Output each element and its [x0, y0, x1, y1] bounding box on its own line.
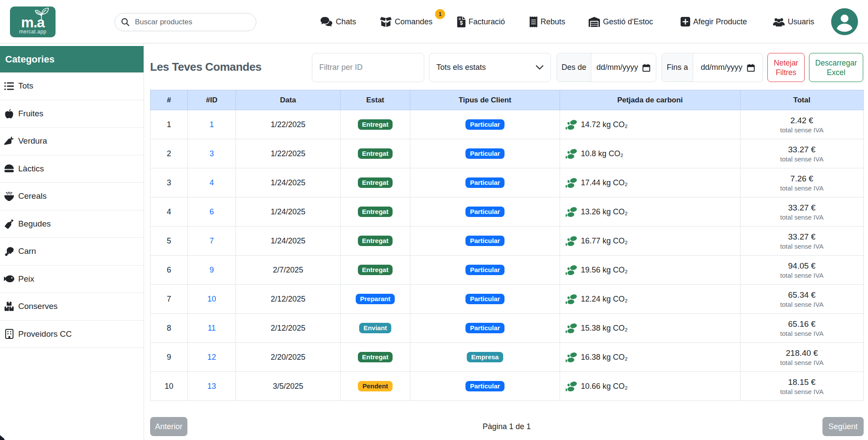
client-cell: Particular: [410, 110, 560, 139]
table-row: 3 4 1/24/2025 Entregat Particular 17.44 …: [151, 168, 864, 197]
top-header: m.a mercat.app Chats: [0, 0, 868, 43]
order-id-link[interactable]: 11: [208, 324, 216, 332]
client-type-badge: Particular: [465, 236, 504, 246]
total-value: 94.05 €: [740, 261, 863, 271]
status-badge: Preparant: [356, 294, 395, 304]
order-date: 2/12/2025: [236, 314, 341, 343]
date-to-group: Fins a dd/mm/yyyy: [662, 53, 763, 82]
order-id-link[interactable]: 1: [210, 120, 214, 129]
sidebar-item-proveidors[interactable]: Proveidors CC: [0, 321, 144, 348]
categories-sidebar: Categories Tots: [0, 44, 144, 440]
table-row: 10 13 3/5/2025 Pendent Particular 10.66 …: [151, 372, 864, 401]
order-id-link[interactable]: 4: [210, 178, 214, 187]
download-excel-button[interactable]: Descarregar Excel: [809, 53, 863, 82]
date-from-value: dd/mm/yyyy: [596, 63, 638, 72]
table-row: 6 9 2/7/2025 Entregat Particular 19.56 k…: [151, 256, 864, 285]
sidebar-item-tots[interactable]: Tots: [0, 72, 144, 100]
client-type-badge: Particular: [465, 381, 504, 391]
app-logo[interactable]: m.a mercat.app: [10, 7, 56, 37]
footprints-icon: [566, 323, 577, 334]
sidebar-item-carn[interactable]: Carn: [0, 238, 144, 266]
nav-gestio-estoc[interactable]: Gestió d'Estoc: [589, 0, 653, 43]
order-date: 1/22/2025: [236, 139, 341, 168]
total-cell: 18.15 €total sense IVA: [740, 372, 864, 401]
clear-filters-button[interactable]: Netejar Filtres: [767, 53, 805, 82]
status-cell: Entregat: [341, 139, 410, 168]
sidebar-item-conserves[interactable]: Conserves: [0, 293, 144, 321]
total-cell: 33.27 €total sense IVA: [740, 139, 864, 168]
building-icon: [4, 329, 14, 339]
total-cell: 94.05 €total sense IVA: [740, 256, 864, 285]
order-id-link[interactable]: 7: [210, 236, 214, 245]
sidebar-item-verdura[interactable]: Verdura: [0, 128, 144, 155]
carbon-value: 16.77 kg CO₂: [581, 236, 628, 246]
total-value: 33.27 €: [740, 232, 863, 242]
sidebar-item-begudes[interactable]: Begudes: [0, 210, 144, 238]
status-cell: Entregat: [341, 168, 410, 197]
status-select[interactable]: Tots els estats: [429, 53, 551, 82]
order-id-link[interactable]: 13: [207, 382, 216, 391]
sidebar-item-label: Carn: [18, 246, 36, 256]
mercat-app-page: m.a mercat.app Chats: [0, 0, 868, 440]
client-type-badge: Particular: [465, 177, 504, 188]
order-id-link[interactable]: 12: [207, 353, 216, 361]
nav-facturacio[interactable]: $ Facturació: [457, 0, 505, 43]
order-id-cell: 9: [188, 256, 236, 285]
sidebar-item-cereals[interactable]: Cereals: [0, 183, 144, 210]
sidebar-item-peix[interactable]: Peix: [0, 266, 144, 293]
carbon-value: 14.72 kg CO₂: [581, 120, 628, 129]
filter-id-input[interactable]: [312, 53, 424, 82]
previous-page-button[interactable]: Anterior: [150, 417, 187, 436]
sidebar-item-fruites[interactable]: Fruites: [0, 100, 144, 128]
total-note: total sense IVA: [740, 271, 863, 279]
carbon-cell: 10.66 kg CO₂: [560, 372, 740, 401]
order-id-cell: 12: [188, 343, 236, 372]
orders-table: # #ID Data Estat Tipus de Client Petjada…: [150, 90, 864, 401]
nav-usuaris-label: Usuaris: [788, 17, 814, 26]
col-total: Total: [740, 90, 864, 110]
user-avatar[interactable]: [831, 8, 858, 35]
order-id-link[interactable]: 10: [207, 295, 216, 303]
status-cell: Preparant: [341, 285, 410, 314]
order-id-link[interactable]: 6: [210, 207, 214, 216]
list-icon: [4, 82, 14, 90]
next-page-button[interactable]: Següent: [822, 417, 864, 436]
order-date: 2/7/2025: [236, 256, 341, 285]
sidebar-item-lactics[interactable]: Làctics: [0, 155, 144, 183]
table-row: 7 10 2/12/2025 Preparant Particular 12.2…: [151, 285, 864, 314]
order-id-cell: 13: [188, 372, 236, 401]
status-badge: Entregat: [358, 177, 393, 188]
calendar-icon: [747, 63, 755, 72]
nav-chats[interactable]: Chats: [320, 0, 356, 43]
calendar-icon: [642, 63, 651, 72]
total-note: total sense IVA: [740, 184, 863, 192]
sidebar-item-label: Tots: [18, 81, 33, 91]
carbon-value: 17.44 kg CO₂: [581, 178, 628, 187]
search-input[interactable]: [135, 18, 250, 26]
order-id-link[interactable]: 9: [210, 266, 214, 274]
nav-afegir-producte-label: Afegir Producte: [693, 17, 747, 26]
total-value: 218.40 €: [740, 348, 863, 358]
row-number: 4: [151, 197, 188, 227]
row-number: 2: [151, 139, 188, 168]
carbon-value: 19.56 kg CO₂: [581, 266, 628, 275]
date-to-input[interactable]: dd/mm/yyyy: [693, 53, 763, 82]
total-note: total sense IVA: [740, 126, 863, 134]
col-data: Data: [236, 90, 341, 110]
order-id-cell: 1: [188, 110, 236, 139]
nav-usuaris[interactable]: Usuaris: [773, 0, 814, 43]
warehouse-icon: [589, 17, 600, 27]
footprints-icon: [566, 352, 577, 363]
nav-afegir-producte[interactable]: Afegir Producte: [681, 0, 747, 43]
nav-comandes[interactable]: Comandes: [380, 0, 432, 43]
row-number: 8: [151, 314, 188, 343]
total-value: 33.27 €: [740, 203, 863, 213]
row-number: 6: [151, 256, 188, 285]
nav-rebuts[interactable]: Rebuts: [530, 0, 565, 43]
row-number: 9: [151, 343, 188, 372]
footprints-icon: [566, 207, 577, 217]
search-icon: [121, 18, 130, 26]
date-from-input[interactable]: dd/mm/yyyy: [591, 53, 656, 82]
client-type-badge: Particular: [465, 323, 504, 333]
order-id-link[interactable]: 3: [210, 149, 214, 158]
